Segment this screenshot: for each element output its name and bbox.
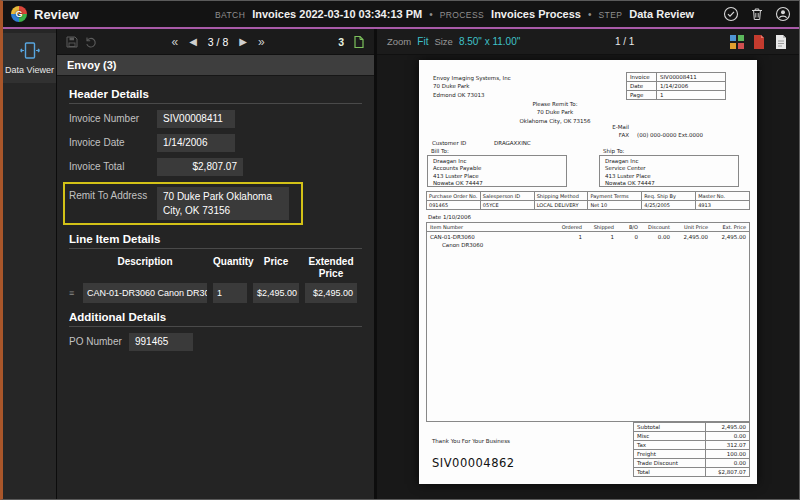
panel-toolbar-left	[65, 35, 98, 49]
first-document-button[interactable]: «	[168, 33, 181, 51]
invoice-number-label: Invoice Number	[69, 110, 157, 124]
customer-id-line: Customer ID DRAGAXXINC	[432, 140, 531, 146]
document-canvas: Envoy Imaging Systems, Inc 70 Duke Park …	[377, 55, 799, 499]
column-description: Description	[83, 256, 207, 279]
text-document-icon[interactable]	[773, 34, 789, 50]
size-value: 8.50" x 11.00"	[459, 36, 520, 47]
field-invoice-total: Invoice Total $2,807.07	[69, 158, 362, 176]
row-handle-icon[interactable]: ≡	[69, 283, 83, 303]
undo-button[interactable]	[84, 35, 98, 49]
document-group-header[interactable]: Envoy (3)	[57, 55, 374, 76]
item-row: CAN-01-DR3060 1 1 0 0.00 2,495.00 2,495.…	[430, 234, 746, 240]
ship-to-block: Ship To: Draagan Inc Service Center 413 …	[599, 148, 739, 187]
save-button[interactable]	[65, 35, 79, 49]
vendor-city: Edmond OK 73013	[433, 91, 511, 99]
batch-value: Invoices 2022-03-10 03:34:13 PM	[252, 8, 422, 20]
thumbnails-icon[interactable]	[729, 34, 745, 50]
main-layout: Data Viewer « ◀ 3 / 8 ▶	[3, 29, 799, 499]
last-document-button[interactable]: »	[255, 33, 268, 51]
breadcrumb: BATCH Invoices 2022-03-10 03:34:13 PM • …	[215, 8, 694, 20]
logo-letter: G	[15, 9, 22, 19]
document-stamp: SIV00004862	[432, 456, 515, 470]
invoice-number-value[interactable]: SIV00008411	[157, 110, 235, 128]
column-extended-price: Extended Price	[305, 256, 357, 279]
section-title-line-items: Line Item Details	[69, 233, 362, 249]
remit-to-block: Please Remit To: 70 Duke Park Oklahoma C…	[511, 100, 599, 125]
invoice-total-label: Invoice Total	[69, 158, 157, 172]
totals-table: Subtotal2,495.00 Misc0.00 Tax312.07 Frei…	[633, 422, 750, 477]
column-quantity: Quantity	[213, 256, 247, 279]
sidebar-item-data-viewer[interactable]: Data Viewer	[3, 33, 56, 83]
field-remit-to-address: Remit To Address 70 Duke Park Oklahoma C…	[69, 187, 297, 220]
vendor-name: Envoy Imaging Systems, Inc	[433, 74, 511, 82]
previous-document-button[interactable]: ◀	[186, 34, 200, 49]
data-viewer-icon	[19, 40, 41, 62]
step-value: Data Review	[629, 8, 694, 20]
size-label: Size	[434, 36, 452, 47]
document-position-indicator: 3 / 8	[205, 36, 231, 48]
topbar: G Review BATCH Invoices 2022-03-10 03:34…	[3, 1, 799, 27]
sidebar-item-label: Data Viewer	[5, 65, 54, 76]
line-items-header: Description Quantity Price Extended Pric…	[69, 256, 362, 279]
highlighted-field-box: Remit To Address 70 Duke Park Oklahoma C…	[63, 182, 303, 225]
line-item-row: ≡ CAN-01-DR3060 Canon DR3060 1 $2,495.00…	[69, 283, 362, 303]
grooper-logo-icon: G	[11, 6, 27, 22]
next-document-button[interactable]: ▶	[236, 34, 250, 49]
separator-dot: •	[429, 9, 433, 20]
undo-icon	[84, 35, 98, 49]
vendor-address-block: Envoy Imaging Systems, Inc 70 Duke Park …	[433, 74, 511, 99]
item-table-body: CAN-01-DR3060 1 1 0 0.00 2,495.00 2,495.…	[426, 231, 750, 422]
item-description: Canon DR3060	[442, 242, 746, 248]
invoice-info-box: InvoiceSIV00008411 Date1/14/2006 Page1	[626, 72, 726, 100]
page-title: Review	[34, 7, 79, 22]
line-item-extended-price[interactable]: $2,495.00	[305, 283, 357, 303]
zoom-value[interactable]: Fit	[417, 36, 428, 47]
viewer-toolbar: Zoom Fit Size 8.50" x 11.00" 1 / 1	[377, 29, 799, 55]
field-invoice-date: Invoice Date 1/14/2006	[69, 134, 362, 152]
line-item-price[interactable]: $2,495.00	[253, 283, 299, 303]
invoice-date-value[interactable]: 1/14/2006	[157, 134, 235, 152]
order-info-table: Purchase Order No.Salesperson ID Shippin…	[426, 191, 750, 210]
step-label: STEP	[598, 10, 622, 20]
process-value: Invoices Process	[491, 8, 581, 20]
thank-you-line: Thank You For Your Business	[432, 438, 510, 444]
remit-to-address-value[interactable]: 70 Duke Park Oklahoma City, OK 73156	[157, 187, 289, 220]
panel-toolbar-right: 3	[338, 35, 366, 49]
complete-task-icon[interactable]	[723, 6, 739, 22]
field-po-number: PO Number 991465	[69, 333, 362, 351]
panel-toolbar: « ◀ 3 / 8 ▶ » 3	[57, 29, 374, 55]
order-date-line: Date 1/10/2006	[428, 214, 471, 220]
pdf-document-icon[interactable]	[751, 34, 767, 50]
account-icon[interactable]	[775, 6, 791, 22]
line-item-description[interactable]: CAN-01-DR3060 Canon DR3060	[83, 283, 207, 303]
sidebar: Data Viewer	[3, 29, 57, 499]
section-title-header-details: Header Details	[69, 88, 362, 104]
separator-dot: •	[588, 9, 592, 20]
review-window: G Review BATCH Invoices 2022-03-10 03:34…	[0, 0, 800, 500]
po-number-value[interactable]: 991465	[129, 333, 193, 351]
document-viewer: Zoom Fit Size 8.50" x 11.00" 1 / 1	[377, 29, 799, 499]
viewer-page-indicator: 1 / 1	[615, 36, 634, 47]
invoice-page[interactable]: Envoy Imaging Systems, Inc 70 Duke Park …	[419, 60, 757, 484]
topbar-actions	[723, 6, 791, 22]
section-title-additional: Additional Details	[69, 311, 362, 327]
document-pages-icon[interactable]	[352, 35, 366, 49]
trash-icon[interactable]	[749, 6, 765, 22]
line-item-quantity[interactable]: 1	[213, 283, 247, 303]
invoice-date-label: Invoice Date	[69, 134, 157, 148]
invoice-total-value[interactable]: $2,807.07	[157, 158, 243, 176]
field-invoice-number: Invoice Number SIV00008411	[69, 110, 362, 128]
vendor-street: 70 Duke Park	[433, 82, 511, 90]
process-label: PROCESS	[440, 10, 484, 20]
data-panel: « ◀ 3 / 8 ▶ » 3 Envoy (3) Header Details	[57, 29, 377, 499]
contact-block: E-Mail FAX(00) 000-0000 Ext.0000	[587, 124, 737, 140]
page-count-value: 3	[338, 36, 344, 48]
zoom-label: Zoom	[387, 36, 411, 47]
save-icon	[65, 35, 79, 49]
document-navigation: « ◀ 3 / 8 ▶ »	[168, 33, 267, 51]
po-number-label: PO Number	[69, 333, 129, 347]
remit-to-address-label: Remit To Address	[69, 187, 157, 201]
panel-content: Header Details Invoice Number SIV0000841…	[57, 76, 374, 499]
batch-label: BATCH	[215, 10, 245, 20]
column-price: Price	[253, 256, 299, 279]
